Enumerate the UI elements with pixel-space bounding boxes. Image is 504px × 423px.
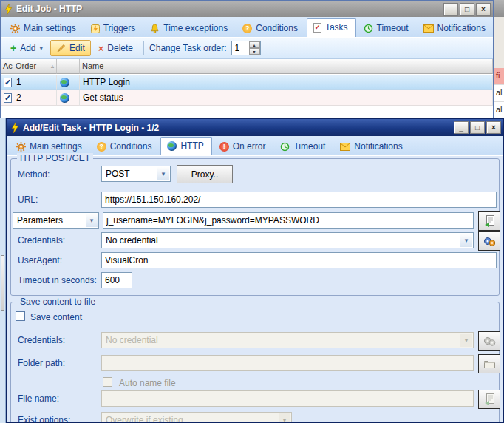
http-globe-icon	[167, 141, 177, 151]
column-header-active[interactable]: Ac	[1, 59, 13, 74]
delete-task-button[interactable]: × Delete	[93, 41, 138, 56]
add-edit-task-dialog: Add/Edit Task - HTTP Login - 1/2 _ □ × M…	[6, 118, 504, 423]
tab-tasks[interactable]: ✓ Tasks	[307, 18, 356, 37]
add-task-button[interactable]: + Add ▾	[5, 40, 48, 56]
background-grid-row: al	[494, 85, 504, 102]
tab-label: Conditions	[256, 23, 298, 33]
useragent-input[interactable]	[101, 252, 497, 268]
tab-timeout[interactable]: Timeout	[274, 138, 333, 155]
column-header-order[interactable]: Order ▵	[13, 59, 57, 74]
window-title: Edit Job - HTTP	[16, 4, 442, 14]
close-button[interactable]: ×	[476, 3, 491, 16]
tasks-toolbar: + Add ▾ Edit × Delete Change Task order:…	[1, 38, 493, 59]
task-active-checkbox[interactable]: ✓	[4, 78, 12, 87]
tab-label: Tasks	[325, 22, 348, 33]
minimize-button[interactable]: _	[443, 3, 458, 16]
table-row[interactable]: ✓ 2 Get status	[1, 90, 493, 106]
background-titlebar	[494, 0, 504, 17]
credentials-row: Credentials: No credential ▾	[11, 232, 499, 250]
method-select[interactable]: POST ▾	[101, 166, 171, 182]
table-header: Ac Order ▵ Name	[1, 59, 493, 75]
save-credentials-select: No credential ▾	[101, 332, 474, 348]
table-row[interactable]: ✓ 1 HTTP Login	[1, 75, 493, 90]
tab-label: Triggers	[103, 23, 136, 33]
dialog-titlebar[interactable]: Add/Edit Task - HTTP Login - 1/2 _ □ ×	[7, 119, 503, 136]
save-content-group: Save content to file Save content Creden…	[10, 302, 500, 423]
background-grid-row: fi	[494, 68, 504, 85]
method-row: Method: POST ▾ Proxy..	[11, 166, 499, 183]
url-label: URL:	[18, 194, 38, 205]
chevron-down-icon: ▾	[460, 334, 472, 347]
column-header-name[interactable]: Name	[80, 59, 493, 74]
edit-job-titlebar[interactable]: Edit Job - HTTP _ □ ×	[1, 1, 493, 17]
tab-conditions[interactable]: ? Conditions	[91, 138, 160, 155]
insert-variable-button	[478, 390, 500, 409]
lightning-icon	[11, 122, 19, 133]
lightning-icon	[4, 4, 13, 15]
trigger-bolt-icon	[91, 24, 100, 33]
edit-job-tabbar: Main settings Triggers Time exceptions ?…	[1, 17, 493, 38]
tab-time-exceptions[interactable]: Time exceptions	[144, 20, 235, 37]
timeout-label: Timeout in seconds:	[18, 275, 97, 285]
timeout-input[interactable]	[101, 272, 132, 288]
file-name-row: File name:	[11, 390, 499, 409]
error-icon: !	[219, 142, 229, 152]
tab-main-settings[interactable]: Main settings	[4, 20, 84, 37]
tab-notifications[interactable]: Notifications	[418, 20, 493, 37]
parameters-type-value: Parameters	[17, 215, 63, 226]
group-legend: HTTP POST/GET	[17, 153, 93, 163]
file-name-input	[101, 390, 474, 407]
add-label: Add	[20, 43, 35, 53]
minimize-button[interactable]: _	[454, 121, 469, 134]
manage-credentials-button[interactable]	[478, 231, 500, 251]
tab-label: Notifications	[437, 23, 486, 33]
row-order-cell: 2	[13, 90, 57, 106]
manage-credentials-button	[478, 331, 500, 351]
chevron-down-icon: ▾	[86, 214, 98, 227]
save-content-label: Save content	[30, 312, 82, 322]
question-icon: ?	[97, 142, 106, 152]
task-order-spinner[interactable]: 1 ▴ ▾	[231, 41, 261, 55]
spinner-up-icon[interactable]: ▴	[249, 41, 260, 48]
question-icon: ?	[242, 24, 252, 33]
column-header-icon[interactable]	[57, 59, 80, 74]
tab-timeout[interactable]: Timeout	[358, 20, 416, 37]
tab-triggers[interactable]: Triggers	[85, 20, 143, 37]
chevron-down-icon: ▾	[460, 234, 472, 247]
exist-options-label: Exist options:	[18, 415, 70, 423]
row-active-cell: ✓	[1, 90, 13, 106]
tab-label: Timeout	[377, 23, 409, 33]
task-order-value: 1	[235, 43, 240, 53]
tab-label: Timeout	[293, 141, 325, 152]
insert-variable-button[interactable]	[478, 212, 500, 231]
row-order-cell: 1	[13, 75, 57, 90]
tab-on-error[interactable]: ! On error	[214, 138, 273, 155]
page-arrow-icon	[484, 393, 495, 405]
tab-label: On error	[233, 141, 266, 152]
task-active-checkbox[interactable]: ✓	[4, 93, 12, 103]
tab-notifications[interactable]: Notifications	[334, 138, 409, 155]
plus-icon: +	[10, 42, 16, 54]
method-value: POST	[106, 169, 130, 179]
http-globe-icon	[60, 78, 69, 87]
background-scrollbar[interactable]	[1, 255, 4, 311]
row-name-cell: HTTP Login	[80, 75, 493, 90]
tab-conditions[interactable]: ? Conditions	[236, 20, 305, 37]
edit-task-button[interactable]: Edit	[50, 40, 91, 56]
close-button[interactable]: ×	[486, 121, 501, 134]
maximize-button[interactable]: □	[460, 3, 474, 16]
credentials-select[interactable]: No credential ▾	[101, 232, 474, 248]
maximize-button[interactable]: □	[470, 121, 485, 134]
url-input[interactable]	[101, 192, 497, 208]
chevron-down-icon: ▾	[157, 167, 169, 180]
parameters-type-select[interactable]: Parameters ▾	[13, 212, 99, 229]
exist-options-row: Exist options: Overwrite if existing ▾	[11, 412, 499, 423]
toolbar-separator	[143, 41, 144, 55]
spinner-down-icon[interactable]: ▾	[249, 48, 260, 55]
file-name-label: File name:	[18, 393, 59, 404]
proxy-button[interactable]: Proxy..	[177, 165, 233, 183]
save-content-checkbox[interactable]	[16, 311, 25, 321]
tab-http[interactable]: HTTP	[160, 137, 211, 155]
gear-icon	[16, 142, 26, 152]
parameters-input[interactable]	[103, 212, 474, 229]
